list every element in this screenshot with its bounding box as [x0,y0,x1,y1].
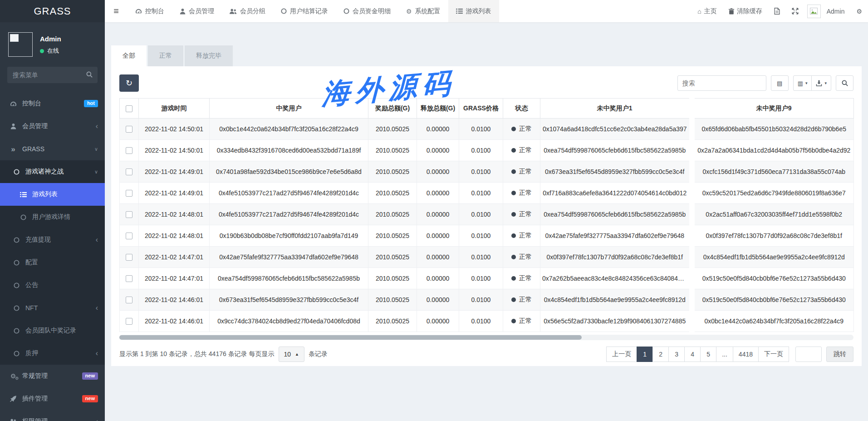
topnav-right: ⌂ 主页 清除缓存 Admin ⚙ [691,0,868,22]
reward-total-cell: 2010.05025 [368,183,417,204]
next-page-button[interactable]: 下一页 [758,347,789,362]
topnav-item[interactable]: 控制台 [128,0,172,22]
chevron-down-icon: ∨ [94,169,98,174]
tab-item[interactable]: 正常 [148,45,183,66]
row-checkbox[interactable] [126,211,132,218]
sidebar-item[interactable]: 插件管理new [0,387,105,410]
topnav-item[interactable]: 会员管理 [172,0,222,22]
row-select-cell [120,247,139,268]
loser9-cell: 0x0f397ef78fc1307b77d0f92a68c08c7de3ef8b… [692,225,854,247]
sidebar-item[interactable]: 控制台hot [0,92,105,115]
row-checkbox[interactable] [126,147,132,154]
winner-cell: 0x9cc74dc3784024cb8d9ed27f04eda70406fcd0… [210,311,368,332]
sidebar-item[interactable]: 会员团队中奖记录 [0,319,105,342]
sidebar-item-label: 会员管理 [22,122,48,130]
status-label: 正常 [519,274,532,282]
page-button[interactable]: 4418 [733,347,759,362]
sidebar-item[interactable]: 配置 [0,251,105,274]
sidebar-item[interactable]: 质押‹ [0,342,105,365]
sidebar-item[interactable]: 充值提现‹ [0,228,105,251]
hamburger-menu-icon[interactable]: ≡ [105,0,128,22]
fullscreen-button[interactable] [786,0,804,22]
row-checkbox[interactable] [126,233,132,239]
status-label: 正常 [519,125,532,132]
grass-price-cell: 0.0100 [459,119,503,140]
row-checkbox[interactable] [126,297,132,303]
user-menu[interactable]: Admin [821,0,851,22]
topnav-item[interactable]: 会员分组 [222,0,273,22]
sidebar-item[interactable]: 游戏诸神之战∨ [0,160,105,183]
page-button[interactable]: 3 [668,347,685,362]
avatar[interactable] [807,5,821,18]
table-toolbar: ↻ ▤ ▥▾ ▾ [119,74,853,92]
loser1-cell: 0xea754df599876065cfeb6d615fbc585622a598… [540,204,692,225]
menu-search-input[interactable] [7,67,98,83]
row-checkbox[interactable] [126,275,132,282]
sidebar-item[interactable]: »GRASS∨ [0,138,105,160]
jump-button[interactable]: 跳转 [826,347,853,362]
sidebar-item[interactable]: 权限管理‹ [0,410,105,421]
translate-button[interactable] [768,0,786,22]
sidebar-item-badge: new [82,372,98,380]
tab-item[interactable]: 释放完毕 [185,45,233,66]
row-checkbox[interactable] [126,254,132,261]
refresh-button[interactable]: ↻ [119,74,139,92]
status-cell: 正常 [503,183,540,204]
topnav-item[interactable]: 用户结算记录 [273,0,336,22]
clear-cache-button[interactable]: 清除缓存 [723,0,768,22]
winner-cell: 0x42ae75fafe9f327775aa33947dfa602ef9e796… [210,247,368,268]
circle-icon [11,260,21,266]
game-time-cell: 2022-11-02 14:48:01 [139,225,210,247]
translate-icon [774,8,780,15]
sidebar-item[interactable]: 游戏列表 [0,183,105,206]
loser1-cell: 0x42ae75fafe9f327775aa33947dfa602ef9e796… [540,225,692,247]
row-checkbox[interactable] [126,126,132,133]
table-search-input[interactable] [677,75,766,91]
page-button[interactable]: 5 [700,347,716,362]
sidebar-item[interactable]: 用户游戏详情 [0,206,105,228]
page-button[interactable]: 2 [652,347,669,362]
status-cell: 正常 [503,268,540,289]
sidebar-item[interactable]: NFT‹ [0,297,105,319]
reward-total-cell: 2010.05025 [368,225,417,247]
page-button[interactable]: ... [716,347,733,362]
settings-button[interactable]: ⚙ [850,0,868,22]
topnav-item[interactable]: ⚙系统配置 [398,0,448,22]
page-button[interactable]: 4 [684,347,701,362]
status-dot [511,297,516,302]
trash-icon [729,8,734,15]
tab-active[interactable]: 全部 [111,45,147,66]
sidebar-item[interactable]: 公告 [0,274,105,297]
row-checkbox[interactable] [126,318,132,325]
column-header: 未中奖用户1 [540,99,692,119]
topnav-item[interactable]: 游戏列表 [448,0,499,22]
released-total-cell: 0.00000 [417,183,459,204]
row-checkbox[interactable] [126,190,132,197]
column-header: 未中奖用户9 [692,99,854,119]
grass-price-cell: 0.0100 [459,140,503,161]
row-checkbox[interactable] [126,168,132,175]
show-search-button[interactable] [836,75,853,91]
row-select-cell [120,183,139,204]
search-icon[interactable] [86,71,93,78]
columns-button[interactable]: ▥▾ [793,75,812,91]
sidebar-item[interactable]: 会员管理‹ [0,115,105,138]
scrollbar-thumb[interactable] [119,335,582,340]
toggle-view-button[interactable]: ▤ [771,75,789,91]
page-size-select[interactable]: 10 ▲ [279,347,305,362]
sidebar-item-label: 控制台 [22,99,41,108]
home-link[interactable]: ⌂ 主页 [691,0,722,22]
jump-page-input[interactable] [795,347,822,362]
select-all-checkbox[interactable] [126,105,132,112]
prev-page-button[interactable]: 上一页 [606,347,637,362]
page-button[interactable]: 1 [637,347,653,362]
winner-cell: 0x190b63b0db08be7cf90ff0fdd2107aab9fa7d1… [210,225,368,247]
table-row: 2022-11-02 14:50:010x0bc1e442c0a624b34bf… [120,119,854,140]
status-label: 正常 [519,232,532,239]
pagination-bar: 显示第 1 到第 10 条记录，总共 44176 条记录 每页显示 10 ▲ 条… [119,347,853,362]
topnav-item[interactable]: 会员资金明细 [336,0,398,22]
sidebar-item-label: 会员团队中奖记录 [25,327,76,335]
export-button[interactable]: ▾ [811,75,831,91]
sidebar-item[interactable]: ⚙⚙常规管理new [0,365,105,387]
circle-icon [11,305,21,311]
